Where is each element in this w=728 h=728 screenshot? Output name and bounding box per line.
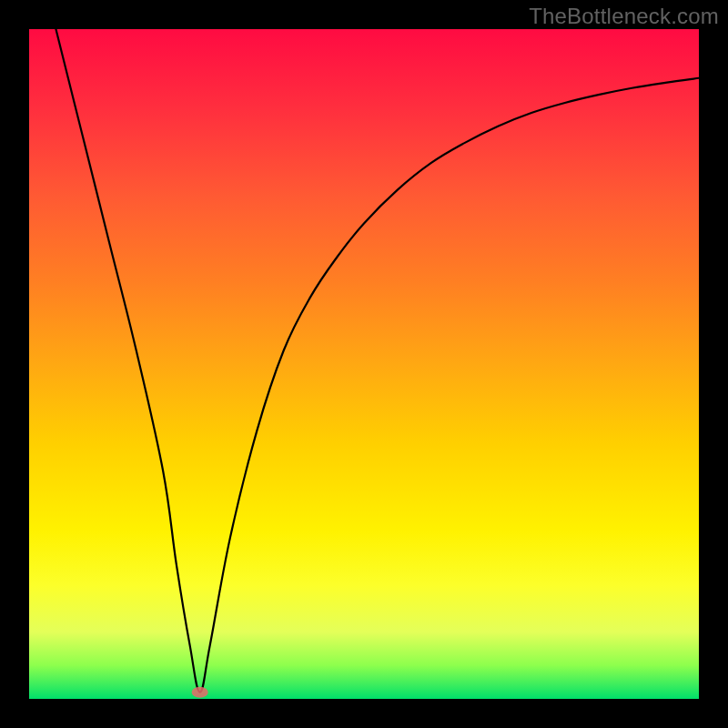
bottleneck-curve	[29, 29, 699, 699]
optimal-point-marker	[192, 687, 208, 698]
curve-path	[56, 29, 699, 693]
chart-plot-area	[29, 29, 699, 699]
watermark-label: TheBottleneck.com	[529, 4, 719, 29]
chart-frame: TheBottleneck.com	[0, 0, 728, 728]
